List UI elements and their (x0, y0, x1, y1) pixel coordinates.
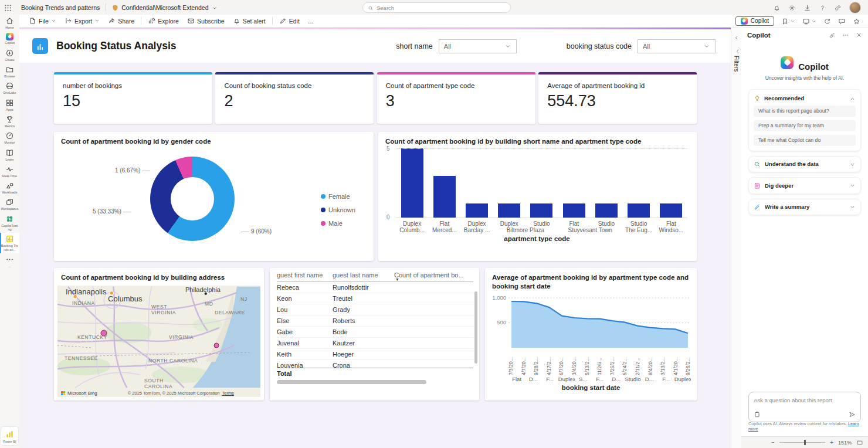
view-button[interactable] (802, 16, 816, 26)
copilot-question-input[interactable]: Ask a question about this report (748, 392, 861, 422)
sidebar-item-create[interactable]: Create (0, 47, 19, 63)
sensitivity-label[interactable]: Confidential\Microsoft Extended (112, 4, 217, 11)
column-header-2[interactable]: guest last name (333, 271, 394, 281)
table-row[interactable]: KeonTreutel (277, 293, 473, 304)
sidebar-item-more[interactable]: ... (0, 253, 19, 270)
booking-status-dropdown[interactable]: All (638, 39, 716, 53)
map-bubble-1[interactable] (101, 330, 107, 337)
toolbar-file-button[interactable]: File (25, 15, 60, 27)
power-bi-switcher[interactable]: Power BI (1, 427, 18, 445)
user-avatar[interactable] (849, 2, 861, 13)
sidebar-item-workloads[interactable]: Workloads (0, 179, 19, 196)
sidebar-item-copilot[interactable]: Copilot (0, 31, 19, 46)
toolbar-subscribe-button[interactable]: Subscribe (183, 15, 229, 27)
sidebar-item-browse[interactable]: Browse (0, 63, 19, 80)
table-row[interactable]: KeithHoeger (277, 349, 473, 360)
bar-7[interactable] (595, 203, 618, 218)
type-group-label: F... (591, 376, 608, 382)
filters-pane-toggle[interactable]: Filters (733, 49, 740, 72)
more-options-icon[interactable] (842, 32, 849, 39)
column-header-3[interactable]: Count of apartment bo...▼ (394, 271, 473, 281)
recommended-header[interactable]: Recommended (754, 94, 856, 101)
sidebar-item-real-time[interactable]: Real-Time (0, 163, 19, 179)
bar-9[interactable] (660, 203, 682, 218)
sidebar-item-label: Booking Trends an... (1, 244, 19, 252)
notifications-icon[interactable] (773, 4, 781, 12)
expand-pane-icon[interactable] (733, 35, 740, 41)
header-actions (773, 2, 868, 13)
chevron-down-icon-wrap (849, 203, 856, 211)
breadcrumb[interactable]: Booking Trends and patterns (21, 4, 100, 11)
zoom-out-button[interactable]: − (771, 439, 775, 446)
sidebar-item-apps[interactable]: Apps (0, 97, 19, 113)
new-chat-broom-icon[interactable] (829, 32, 836, 39)
zoom-slider-thumb[interactable] (804, 440, 806, 445)
sidebar-item-booking-trends[interactable]: Booking Trends an... (0, 233, 19, 253)
sidebar-item-copilottesting[interactable]: CopilotTesting (0, 213, 19, 233)
suggestion-chip-2[interactable]: Prep a summary for my team (754, 120, 856, 131)
table-row[interactable]: RebecaRunolfsdottir (277, 282, 473, 293)
bar-4[interactable] (498, 203, 520, 218)
toolbar-set-alert-button[interactable]: Set alert (229, 15, 270, 27)
copilot-section-dig-deeper[interactable]: Dig deeper (748, 177, 861, 194)
table-row[interactable]: JuvenalKautzer (277, 338, 473, 349)
bookmarks-button[interactable] (781, 16, 795, 26)
sidebar-item-learn[interactable]: Learn (0, 147, 19, 163)
sidebar-item-home[interactable]: Home (0, 15, 19, 31)
table-row[interactable]: GabeBode (277, 327, 473, 338)
help-icon[interactable] (819, 4, 826, 12)
bar-5[interactable] (530, 203, 552, 218)
copilot-section-write-a-summary[interactable]: Write a summary (748, 199, 861, 215)
bar-1[interactable] (401, 148, 423, 218)
donut-ring[interactable] (150, 157, 235, 241)
legend-item-unknown[interactable]: Unknown (321, 206, 355, 213)
sidebar-item-onelake[interactable]: OneLake (0, 80, 19, 96)
bar-2[interactable] (433, 176, 456, 218)
toolbar-edit-button[interactable]: Edit (275, 15, 304, 27)
toolbar-more-button[interactable]: … (304, 15, 318, 27)
send-icon[interactable] (849, 411, 856, 418)
zoom-slider[interactable] (779, 442, 825, 443)
attach-context-icon[interactable] (754, 411, 761, 418)
toolbar-share-button[interactable]: Share (104, 15, 138, 27)
search-input[interactable]: Search (362, 2, 511, 13)
download-icon[interactable] (803, 4, 811, 12)
suggestion-chip-1[interactable]: What is this report page about? (754, 106, 856, 117)
map-bubble-2[interactable] (214, 343, 219, 348)
bar-8[interactable] (628, 203, 650, 218)
zoom-in-button[interactable]: + (830, 439, 833, 446)
area-svg[interactable] (508, 292, 691, 351)
table-row[interactable]: ElseRoberts (277, 315, 473, 327)
fit-to-page-icon[interactable] (856, 439, 863, 446)
bar-6[interactable] (563, 203, 585, 218)
vertical-scrollbar-thumb[interactable] (474, 291, 477, 364)
toolbar-explore-button[interactable]: Explore (144, 15, 183, 27)
toolbar-export-button[interactable]: Export (60, 15, 104, 27)
bing-map[interactable]: IndianapolisINDIANAColumbusPhiladelphiaM… (57, 286, 260, 397)
zoom-level[interactable]: 151% (838, 440, 852, 446)
slicer-label: short name (396, 42, 433, 50)
favorite-star-icon[interactable] (853, 18, 860, 25)
legend-item-male[interactable]: Male (321, 220, 355, 227)
bar-3[interactable] (466, 203, 488, 218)
map-terms-link[interactable]: Terms (222, 391, 234, 396)
refresh-icon[interactable] (823, 18, 831, 25)
settings-icon[interactable] (788, 4, 796, 12)
suggestion-chip-3[interactable]: Tell me what Copilot can do (754, 135, 856, 146)
sidebar-item-metrics[interactable]: Metrics (0, 113, 19, 130)
close-icon[interactable] (856, 32, 862, 38)
horizontal-scrollbar-thumb[interactable] (277, 380, 426, 384)
legend-item-female[interactable]: Female (321, 193, 355, 200)
feedback-link-icon[interactable] (834, 4, 842, 12)
waffle-menu-button[interactable] (0, 0, 15, 15)
comments-icon[interactable] (838, 18, 846, 25)
copilot-toolbar-button[interactable]: Copilot (735, 16, 774, 26)
sidebar-item-workspaces[interactable]: Workspaces (0, 196, 19, 212)
sidebar-item-monitor[interactable]: Monitor (0, 130, 19, 146)
short-name-dropdown[interactable]: All (439, 39, 517, 53)
copilot-section-understand-the-data[interactable]: Understand the data (748, 156, 861, 172)
table-row[interactable]: LouGrady (277, 304, 473, 315)
table-row[interactable]: LouveniaCrona (277, 360, 473, 368)
table-rows: RebecaRunolfsdottirKeonTreutelLouGradyEl… (277, 282, 473, 368)
column-header-1[interactable]: guest first name (277, 271, 333, 281)
